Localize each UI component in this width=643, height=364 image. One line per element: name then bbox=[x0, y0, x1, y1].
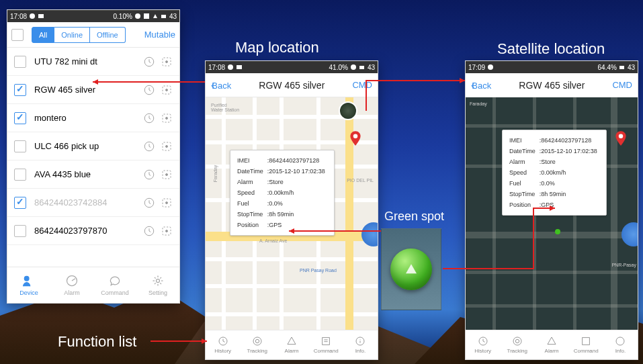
filter-online[interactable]: Online bbox=[54, 27, 90, 43]
device-row[interactable]: montero bbox=[7, 104, 179, 132]
device-label: ULC 466 pick up bbox=[34, 141, 138, 151]
location-pin-icon[interactable] bbox=[347, 130, 364, 147]
device-label: montero bbox=[34, 113, 138, 123]
locate-icon[interactable] bbox=[161, 169, 173, 181]
bottom-tabs: Device Alarm Command Setting bbox=[7, 267, 179, 303]
svg-rect-30 bbox=[237, 65, 242, 69]
svg-point-7 bbox=[166, 60, 168, 62]
status-pct: 0.10% bbox=[114, 13, 132, 20]
function-tabs: History Tracking Alarm Command Info. bbox=[206, 330, 378, 359]
locate-icon[interactable] bbox=[161, 56, 173, 68]
device-row[interactable]: ULC 466 pick up bbox=[7, 132, 179, 161]
func-history[interactable]: History bbox=[466, 330, 500, 359]
svg-rect-45 bbox=[583, 338, 590, 345]
label-green-spot: Green spot bbox=[384, 210, 444, 224]
device-info-box: IMEI:864244023797128 DateTime:2015-12-10… bbox=[230, 150, 335, 236]
clock-icon[interactable] bbox=[143, 112, 155, 124]
svg-point-35 bbox=[255, 339, 259, 343]
cmd-button[interactable]: CMD bbox=[612, 80, 632, 90]
device-checkbox[interactable] bbox=[14, 140, 26, 152]
back-button[interactable]: Back bbox=[472, 81, 491, 91]
clock-icon[interactable] bbox=[143, 197, 155, 209]
func-alarm[interactable]: Alarm bbox=[274, 330, 308, 359]
device-row[interactable]: 864244023797870 bbox=[7, 217, 179, 245]
svg-rect-3 bbox=[144, 13, 149, 19]
status-time: 17:08 bbox=[10, 13, 27, 20]
tab-alarm[interactable]: Alarm bbox=[50, 267, 93, 303]
func-command[interactable]: Command bbox=[309, 330, 343, 359]
clock-icon[interactable] bbox=[143, 225, 155, 237]
svg-rect-37 bbox=[323, 338, 330, 345]
map-area[interactable]: Purified Water Station Faraday A. Arnaiz… bbox=[206, 97, 378, 330]
func-tracking[interactable]: Tracking bbox=[500, 330, 534, 359]
mutable-button[interactable]: Mutable bbox=[144, 30, 175, 40]
device-checkbox[interactable] bbox=[14, 84, 26, 96]
svg-point-25 bbox=[166, 230, 168, 232]
tab-device[interactable]: Device bbox=[7, 267, 50, 303]
locate-icon[interactable] bbox=[161, 140, 173, 152]
compass-icon[interactable] bbox=[361, 222, 378, 246]
svg-rect-40 bbox=[619, 66, 624, 69]
filter-offline[interactable]: Offline bbox=[90, 27, 126, 43]
device-checkbox[interactable] bbox=[14, 112, 26, 124]
svg-rect-1 bbox=[38, 14, 44, 18]
green-spot-icon bbox=[390, 248, 432, 290]
locate-icon[interactable] bbox=[161, 112, 173, 124]
func-history[interactable]: History bbox=[206, 330, 240, 359]
device-label: 864244023797870 bbox=[34, 226, 138, 236]
locate-icon[interactable] bbox=[161, 225, 173, 237]
svg-point-22 bbox=[166, 201, 168, 203]
device-checkbox[interactable] bbox=[14, 197, 26, 209]
arrow bbox=[363, 74, 470, 114]
svg-point-10 bbox=[166, 89, 168, 91]
locate-icon[interactable] bbox=[161, 84, 173, 96]
device-checkbox[interactable] bbox=[14, 225, 26, 237]
filter-all[interactable]: All bbox=[32, 27, 54, 43]
func-alarm[interactable]: Alarm bbox=[534, 330, 568, 359]
label-map-location: Map location bbox=[235, 39, 319, 56]
status-bar: 17:08 41.0%43 bbox=[206, 61, 378, 73]
tab-command[interactable]: Command bbox=[93, 267, 136, 303]
location-pin-icon[interactable] bbox=[612, 130, 630, 147]
map-label-pasay: PNR Pasay Road bbox=[300, 268, 337, 273]
device-label: AVA 4435 blue bbox=[34, 169, 138, 179]
clock-icon[interactable] bbox=[143, 169, 155, 181]
svg-point-28 bbox=[157, 279, 160, 283]
compass-icon[interactable] bbox=[621, 222, 638, 246]
clock-icon[interactable] bbox=[143, 56, 155, 68]
clock-icon[interactable] bbox=[143, 84, 155, 96]
device-checkbox[interactable] bbox=[14, 169, 26, 181]
satellite-toggle-icon[interactable] bbox=[339, 101, 357, 120]
func-tracking[interactable]: Tracking bbox=[240, 330, 274, 359]
device-checkbox[interactable] bbox=[14, 56, 26, 68]
locate-icon[interactable] bbox=[161, 197, 173, 209]
device-row[interactable]: UTU 782 mini dt bbox=[7, 48, 179, 76]
func-info[interactable]: Info. bbox=[343, 330, 378, 359]
device-row[interactable]: 864244023742884 bbox=[7, 189, 179, 217]
tab-setting[interactable]: Setting bbox=[136, 267, 179, 303]
svg-point-43 bbox=[515, 339, 519, 343]
filter-row: All Online Offline Mutable bbox=[7, 22, 179, 48]
select-all-checkbox[interactable] bbox=[11, 29, 24, 41]
cmd-button[interactable]: CMD bbox=[352, 80, 372, 90]
nav-bar: ‹Back RGW 465 silver CMD bbox=[206, 73, 378, 97]
function-tabs: History Tracking Alarm Command Info. bbox=[466, 330, 638, 359]
label-satellite-location: Satellite location bbox=[497, 40, 605, 58]
satellite-map-area[interactable]: Faraday PNR-Pasay IMEI:864244023797128 D… bbox=[466, 97, 638, 330]
map-label-water: Purified Water Station bbox=[211, 103, 239, 112]
clock-icon[interactable] bbox=[143, 140, 155, 152]
map-label-arnaiz: A. Arnaiz Ave bbox=[259, 238, 288, 243]
svg-point-19 bbox=[166, 173, 168, 175]
device-label: UTU 782 mini dt bbox=[34, 56, 138, 66]
func-command[interactable]: Command bbox=[569, 330, 603, 359]
nav-bar: ‹Back RGW 465 silver CMD bbox=[466, 73, 638, 97]
page-title: RGW 465 silver bbox=[519, 80, 585, 91]
device-row[interactable]: AVA 4435 blue bbox=[7, 161, 179, 189]
back-button[interactable]: Back bbox=[212, 81, 231, 91]
device-row[interactable]: RGW 465 silver bbox=[7, 76, 179, 104]
svg-point-46 bbox=[616, 337, 624, 345]
page-title: RGW 465 silver bbox=[259, 80, 325, 91]
map-label-pasay: PNR-Pasay bbox=[611, 263, 636, 267]
func-info[interactable]: Info. bbox=[603, 330, 638, 359]
svg-point-29 bbox=[228, 64, 233, 70]
